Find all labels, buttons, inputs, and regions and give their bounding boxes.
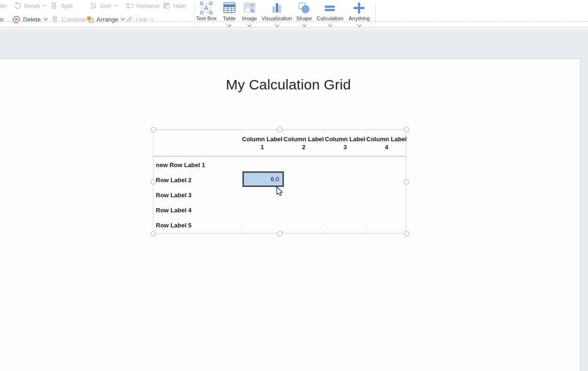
- insert-item-label: Text Box: [196, 16, 217, 21]
- reset-label: Reset: [24, 2, 40, 9]
- column-header[interactable]: Column Label 2: [283, 135, 324, 151]
- grid-editor-app: ter Reset Split AZ Sort: [0, 0, 588, 371]
- calculation-grid-widget[interactable]: Column Label 1 Column Label 2 Column Lab…: [153, 129, 406, 234]
- row-header[interactable]: Row Label 4: [156, 207, 192, 214]
- delete-button[interactable]: Delete: [12, 15, 47, 24]
- header-divider-line: [153, 156, 406, 157]
- insert-table-button[interactable]: Table: [223, 1, 236, 26]
- arrange-button[interactable]: Arrange: [86, 15, 124, 24]
- resize-handle-bottom-left[interactable]: [151, 231, 156, 236]
- column-header[interactable]: Column Label 4: [366, 135, 407, 151]
- clipped-button-ter[interactable]: ter: [0, 1, 7, 10]
- visualization-icon: [271, 1, 283, 14]
- chevron-down-icon: [302, 23, 306, 27]
- row-header[interactable]: Row Label 5: [156, 222, 192, 229]
- sort-label: Sort: [100, 2, 111, 9]
- column-boundary-tick: [283, 231, 283, 234]
- svg-text:A: A: [91, 2, 93, 6]
- column-boundary-tick: [283, 129, 283, 132]
- hide-icon: [162, 2, 170, 10]
- column-boundary-tick: [324, 231, 325, 234]
- toolbar-shadow-band: [0, 27, 588, 30]
- hide-label: Hide: [173, 2, 186, 9]
- rename-button[interactable]: Rename: [126, 1, 160, 10]
- insert-calculation-button[interactable]: Calculation: [317, 1, 344, 26]
- row-header[interactable]: Row Label 2: [156, 177, 192, 184]
- toolbar-dotted-border: [0, 21, 588, 22]
- row-header[interactable]: Row Label 3: [156, 192, 192, 199]
- anything-plus-icon: [353, 1, 365, 14]
- column-header[interactable]: Column Label 1: [242, 135, 283, 151]
- column-boundary-tick: [242, 129, 242, 132]
- insert-item-label: Image: [242, 16, 257, 21]
- column-header[interactable]: Column Label 3: [324, 135, 366, 151]
- column-boundary-tick: [366, 129, 366, 132]
- chevron-down-icon: [357, 23, 362, 27]
- chevron-down-icon: [248, 23, 252, 27]
- reset-button[interactable]: Reset: [13, 1, 46, 10]
- calculation-icon: [324, 1, 336, 14]
- resize-handle-top-center[interactable]: [277, 127, 282, 132]
- svg-text:Z: Z: [91, 6, 93, 9]
- resize-handle-top-right[interactable]: [404, 127, 409, 132]
- insert-visualization-button[interactable]: Visualization: [262, 1, 292, 26]
- split-icon: [50, 2, 58, 10]
- hide-button[interactable]: Hide: [162, 1, 186, 10]
- split-button[interactable]: Split: [50, 1, 72, 10]
- rename-label: Rename: [137, 2, 160, 9]
- top-toolbar: ter Reset Split AZ Sort: [0, 0, 588, 27]
- clipped-button-n[interactable]: n: [0, 15, 3, 24]
- resize-handle-middle-right[interactable]: [404, 179, 409, 185]
- column-boundary-tick: [242, 231, 242, 234]
- split-label: Split: [61, 2, 72, 9]
- svg-text:A: A: [204, 4, 209, 12]
- chevron-down-icon: [114, 3, 118, 7]
- shape-icon: [298, 1, 310, 14]
- toolbar-divider: [375, 2, 376, 26]
- rename-icon: [126, 2, 134, 10]
- clipped-button-label: ter: [0, 2, 7, 9]
- selected-cell[interactable]: 6.0: [242, 171, 284, 187]
- insert-item-label: Anything: [349, 16, 370, 21]
- document-title[interactable]: My Calculation Grid: [0, 77, 577, 93]
- resize-handle-middle-left[interactable]: [151, 179, 156, 185]
- resize-handle-top-left[interactable]: [151, 127, 156, 132]
- resize-handle-bottom-center[interactable]: [277, 231, 282, 236]
- text-box-icon: A: [200, 1, 212, 14]
- reset-icon: [13, 2, 21, 10]
- chevron-down-icon: [275, 23, 279, 27]
- column-boundary-tick: [366, 231, 366, 234]
- insert-toolbar: A Text Box Table Image: [194, 0, 375, 27]
- insert-item-label: Table: [223, 16, 236, 21]
- sort-button[interactable]: AZ Sort: [89, 1, 117, 10]
- selected-cell-value: 6.0: [271, 176, 279, 183]
- sort-az-icon: AZ: [89, 2, 97, 10]
- link-button[interactable]: Link: [125, 15, 153, 24]
- insert-text-box-button[interactable]: A Text Box: [196, 1, 217, 26]
- insert-item-label: Visualization: [262, 16, 292, 21]
- chevron-down-icon: [43, 16, 47, 20]
- chevron-down-icon: [328, 23, 332, 27]
- insert-anything-button[interactable]: Anything: [349, 1, 370, 26]
- mouse-cursor-icon: [276, 186, 283, 199]
- insert-image-button[interactable]: Image: [242, 1, 257, 26]
- insert-item-label: Calculation: [317, 16, 344, 21]
- chevron-down-icon: [227, 23, 232, 27]
- column-boundary-tick: [324, 129, 325, 132]
- image-icon: [243, 1, 256, 14]
- insert-item-label: Shape: [296, 16, 312, 21]
- table-icon: [223, 1, 235, 14]
- chevron-down-icon: [121, 16, 125, 20]
- resize-handle-bottom-right[interactable]: [404, 231, 409, 236]
- chevron-down-icon: [150, 16, 154, 20]
- chevron-down-icon: [43, 3, 47, 7]
- row-header[interactable]: new Row Label 1: [156, 161, 205, 169]
- insert-shape-button[interactable]: Shape: [296, 1, 312, 26]
